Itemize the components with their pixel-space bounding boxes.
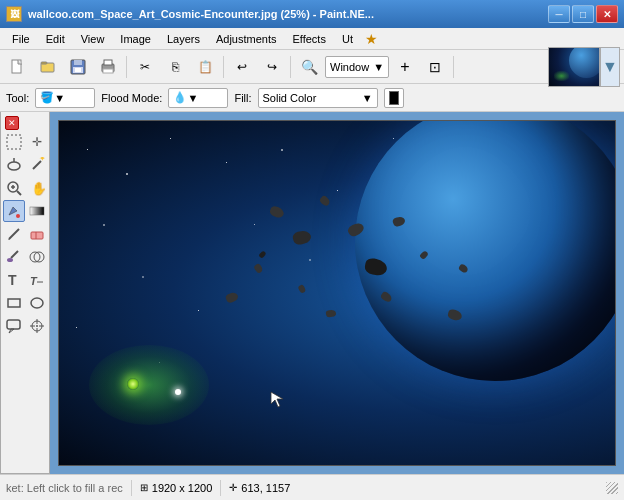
menu-edit[interactable]: Edit [38,31,73,47]
svg-rect-21 [16,214,20,218]
text-alt-tool[interactable]: T [26,269,48,291]
tool-dropdown[interactable]: 🪣 ▼ [35,88,95,108]
flood-mode-dropdown[interactable]: 💧 ▼ [168,88,228,108]
canvas-image[interactable] [59,121,615,465]
svg-line-17 [17,191,21,195]
zoom-dropdown[interactable]: Window ▼ [325,56,389,78]
status-coordinates: ✛ 613, 1157 [229,482,290,494]
coords-icon: ✛ [229,482,237,493]
status-prefix: ket: Left click to fill a rec [6,482,123,494]
zoom-in-button[interactable]: + [391,54,419,80]
zoom-out-button[interactable]: 🔍 [295,54,323,80]
svg-text:T: T [30,275,38,287]
menu-file[interactable]: File [4,31,38,47]
svg-rect-6 [75,68,81,72]
pencil-tool[interactable] [3,223,25,245]
speech-bubble-tool[interactable] [3,315,25,337]
canvas-wrapper[interactable] [50,112,624,474]
svg-rect-22 [30,207,44,215]
minimize-button[interactable]: ─ [548,5,570,23]
toolbox-close-button[interactable]: ✕ [5,116,19,130]
window-title: wallcoo.com_Space_Art_Cosmic-Encounter.j… [28,8,374,20]
open-button[interactable] [34,54,62,80]
coords-value: 613, 1157 [241,482,290,494]
eraser-tool[interactable] [26,223,48,245]
zoom-fit-button[interactable]: ⊡ [421,54,449,80]
cut-button[interactable]: ✂ [131,54,159,80]
flood-mode-icon: 💧 [173,91,187,104]
paste-button[interactable]: 📋 [191,54,219,80]
copy-button[interactable]: ⎘ [161,54,189,80]
paint-bucket-tool[interactable] [3,200,25,222]
move-tool[interactable]: ✛ [26,131,48,153]
menu-view[interactable]: View [73,31,113,47]
clone-stamp-tool[interactable] [26,246,48,268]
bright-spot [127,378,139,390]
status-bar: ket: Left click to fill a rec ⊞ 1920 x 1… [0,474,624,500]
fill-dropdown[interactable]: Solid Color ▼ [258,88,378,108]
image-thumbnail [548,47,600,87]
crosshair-tool[interactable] [26,315,48,337]
new-button[interactable] [4,54,32,80]
tool-row-6 [3,246,48,268]
redo-button[interactable]: ↪ [258,54,286,80]
status-dimensions: ⊞ 1920 x 1200 [140,482,213,494]
pan-tool[interactable]: ✋ [26,177,48,199]
brush-tool[interactable] [3,246,25,268]
undo-button[interactable]: ↩ [228,54,256,80]
svg-rect-9 [103,69,113,73]
fill-label: Fill: [234,92,251,104]
svg-text:T: T [8,272,17,288]
menu-adjustments[interactable]: Adjustments [208,31,285,47]
svg-rect-8 [104,60,112,65]
ellipse-tool[interactable] [26,292,48,314]
app-icon: 🖼 [6,6,22,22]
separator-2 [223,56,224,78]
tool-row-3: ✋ [3,177,48,199]
toolbar: ✂ ⎘ 📋 ↩ ↪ 🔍 Window ▼ + ⊡ ▼ [0,50,624,84]
lasso-tool[interactable] [3,154,25,176]
svg-text:✦: ✦ [39,157,45,163]
panel-toggle[interactable]: ▼ [600,47,620,87]
white-dot [175,389,181,395]
menu-utilities[interactable]: Ut [334,31,361,47]
svg-point-39 [36,325,38,327]
text-tool[interactable]: T [3,269,25,291]
tool-dropdown-arrow: ▼ [54,92,65,104]
tool-row-2: ✦ [3,154,48,176]
zoom-tool[interactable] [3,177,25,199]
tool-row-8 [3,292,48,314]
svg-rect-36 [7,320,20,329]
fill-color-picker[interactable] [384,88,404,108]
menu-image[interactable]: Image [112,31,159,47]
title-bar: 🖼 wallcoo.com_Space_Art_Cosmic-Encounter… [0,0,624,28]
dimensions-value: 1920 x 1200 [152,482,213,494]
zoom-arrow: ▼ [373,61,384,73]
tool-label: Tool: [6,92,29,104]
gradient-tool[interactable] [26,200,48,222]
rectangle-select-tool[interactable] [3,131,25,153]
maximize-button[interactable]: □ [572,5,594,23]
magic-wand-tool[interactable]: ✦ [26,154,48,176]
save-button[interactable] [64,54,92,80]
menu-layers[interactable]: Layers [159,31,208,47]
tool-row-9 [3,315,48,337]
print-button[interactable] [94,54,122,80]
title-buttons[interactable]: ─ □ ✕ [548,5,618,23]
tool-row-4 [3,200,48,222]
dimensions-icon: ⊞ [140,482,148,493]
nebula-green [89,345,209,425]
fill-color-swatch [389,91,399,105]
rectangle-tool[interactable] [3,292,25,314]
resize-grip[interactable] [606,482,618,494]
close-button[interactable]: ✕ [596,5,618,23]
title-bar-left: 🖼 wallcoo.com_Space_Art_Cosmic-Encounter… [6,6,374,22]
svg-point-28 [7,258,13,262]
menu-effects[interactable]: Effects [285,31,334,47]
tool-row-5 [3,223,48,245]
toolbox: ✕ ✛ ✦ ✋ [0,112,50,474]
tool-row-7: T T [3,269,48,291]
status-text: ket: Left click to fill a rec [6,482,123,494]
flood-mode-label: Flood Mode: [101,92,162,104]
svg-line-27 [11,251,18,258]
